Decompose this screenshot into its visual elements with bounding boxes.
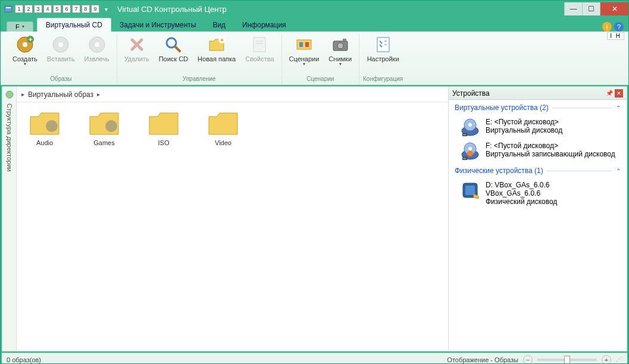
svg-rect-22 (343, 39, 346, 41)
collapse-icon[interactable]: ⌃ (616, 168, 621, 174)
group-label-scenarios: Сценарии (306, 74, 334, 84)
delete-icon (127, 35, 146, 54)
maximize-button[interactable]: ☐ (582, 2, 600, 15)
svg-point-28 (105, 120, 117, 132)
svg-point-36 (468, 147, 472, 150)
qat-btn-7[interactable]: 7 (72, 5, 80, 13)
device-subtitle: Виртуальный дисковод (486, 126, 562, 134)
bluray-burner-icon: BD (461, 142, 480, 161)
svg-point-7 (58, 42, 63, 47)
svg-point-31 (468, 123, 472, 127)
tab-virtual-cd[interactable]: Виртуальный CD (37, 18, 111, 32)
svg-point-3 (23, 42, 27, 47)
device-title: F: <Пустой дисковод> (486, 142, 615, 150)
status-right-label: Отображение - Образы (447, 356, 518, 363)
qat-btn-4[interactable]: 4 (43, 5, 52, 13)
scenarios-button[interactable]: Сценарии ▾ (286, 34, 323, 67)
main-panel: ▸ Виртуальный образ ▸ Audio Games ISO Vi… (17, 87, 448, 351)
delete-button[interactable]: Удалить (121, 34, 153, 64)
qat-btn-6[interactable]: 6 (62, 5, 71, 13)
tab-tasks-tools[interactable]: Задачи и Инструменты (111, 18, 204, 32)
device-e[interactable]: BD E: <Пустой дисковод> Виртуальный диск… (449, 115, 627, 139)
folder-label: Audio (36, 139, 53, 146)
new-folder-button[interactable]: ✦ Новая папка (194, 34, 239, 64)
breadcrumb-arrow-icon: ▸ (21, 91, 24, 98)
folder-games[interactable]: Games (83, 109, 125, 146)
qat-btn-5[interactable]: 5 (53, 5, 61, 13)
chevron-down-icon: ▾ (24, 62, 26, 66)
close-button[interactable]: ✕ (600, 2, 628, 15)
folder-icon (28, 109, 61, 137)
physical-devices-header[interactable]: Физические устройства (1) ⌃ (449, 163, 627, 178)
qat-btn-1[interactable]: 1 (15, 5, 23, 13)
folder-label: Games (93, 139, 114, 146)
chevron-down-icon: ▾ (303, 62, 305, 66)
folder-audio[interactable]: Audio (24, 109, 65, 146)
devices-panel-header: Устройства 📌 ✕ (449, 87, 627, 100)
settings-button[interactable]: Настройки (364, 34, 403, 64)
qat-btn-9[interactable]: 9 (91, 5, 99, 13)
chevron-down-icon: ▾ (22, 25, 24, 29)
qat-btn-2[interactable]: 2 (24, 5, 33, 13)
properties-icon (250, 35, 269, 54)
physical-devices-label: Физические устройства (1) (455, 167, 543, 175)
collapse-icon[interactable]: ⌃ (616, 105, 621, 111)
minimize-button[interactable]: — (564, 2, 582, 15)
svg-line-11 (175, 46, 180, 51)
svg-point-27 (46, 120, 58, 132)
folder-label: ISO (158, 139, 170, 146)
vbox-drive-icon (461, 181, 480, 200)
snapshots-button[interactable]: Снимки ▾ (325, 34, 355, 67)
device-title: E: <Пустой дисковод> (486, 118, 562, 126)
folder-icon (147, 109, 180, 137)
tab-info[interactable]: Информация (234, 18, 294, 32)
sidebar-left[interactable]: Структура директории (2, 87, 17, 351)
folder-new-icon: ✦ (207, 35, 226, 54)
ribbon-group-images: ✦ Создать ▾ Вставить Извлечь Образы (5, 34, 117, 84)
device-d[interactable]: D: VBox_GAs_6.0.6 VBox_GAs_6.0.6 Физичес… (449, 178, 627, 208)
quick-access-toolbar: 1 2 3 4 5 6 7 8 9 ▾ (3, 4, 111, 14)
app-icon[interactable] (3, 4, 14, 14)
file-tab[interactable]: F ▾ (7, 21, 33, 32)
eject-button[interactable]: Извлечь (80, 34, 112, 64)
tab-view[interactable]: Вид (204, 18, 234, 32)
status-left: 0 образ(ов) (7, 356, 41, 363)
svg-point-21 (337, 43, 343, 49)
qat-btn-3[interactable]: 3 (34, 5, 42, 13)
folder-iso[interactable]: ISO (143, 109, 184, 146)
settings-icon (374, 35, 393, 54)
svg-rect-18 (299, 42, 303, 47)
breadcrumb[interactable]: ▸ Виртуальный образ ▸ (17, 87, 448, 102)
search-cd-button[interactable]: Поиск CD (155, 34, 192, 64)
qat-btn-8[interactable]: 8 (82, 5, 90, 13)
bluray-drive-icon: BD (461, 118, 480, 137)
group-label-images: Образы (50, 74, 71, 84)
svg-text:BD: BD (463, 157, 467, 160)
folder-video[interactable]: Video (202, 109, 244, 146)
devices-panel-title: Устройства (452, 89, 490, 98)
zoom-in-button[interactable]: + (602, 355, 611, 365)
pin-icon[interactable]: 📌 (605, 89, 614, 98)
folder-icon (206, 109, 240, 137)
svg-point-26 (6, 91, 13, 98)
keytip-badge: I H (607, 32, 624, 40)
qat-dropdown[interactable]: ▾ (101, 4, 111, 14)
properties-button[interactable]: Свойства (242, 34, 277, 64)
zoom-out-button[interactable]: − (523, 355, 533, 365)
device-f[interactable]: BD F: <Пустой дисковод> Виртуальный запи… (449, 139, 627, 163)
resize-grip-icon[interactable]: ⋰ (616, 356, 622, 363)
zoom-slider[interactable] (537, 359, 597, 361)
slider-thumb[interactable] (564, 356, 570, 364)
close-panel-icon[interactable]: ✕ (615, 89, 623, 98)
disc-eject-icon (87, 35, 107, 54)
breadcrumb-root[interactable]: Виртуальный образ (28, 90, 93, 99)
svg-rect-1 (6, 7, 11, 8)
create-button[interactable]: ✦ Создать ▾ (9, 34, 41, 67)
folder-view[interactable]: Audio Games ISO Video (17, 102, 448, 351)
insert-label: Вставить (47, 55, 75, 62)
delete-label: Удалить (124, 55, 149, 62)
virtual-devices-header[interactable]: Виртуальные устройства (2) ⌃ (449, 100, 627, 115)
insert-button[interactable]: Вставить (43, 34, 79, 64)
svg-rect-19 (305, 42, 309, 47)
search-icon (164, 35, 183, 54)
